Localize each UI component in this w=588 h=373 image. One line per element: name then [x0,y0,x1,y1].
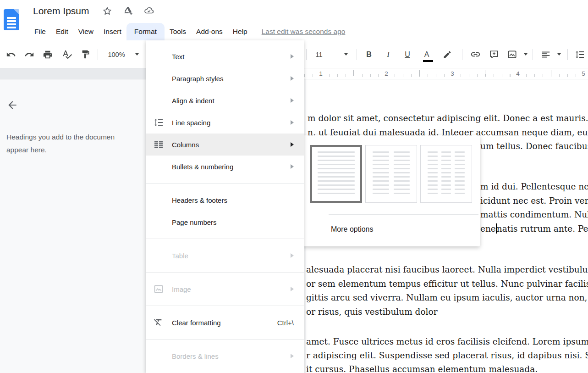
menu-item-label: Columns [172,141,199,149]
font-size-arrow[interactable] [343,40,349,68]
italic-button[interactable]: I [381,40,395,68]
zoom-select[interactable]: 100% [103,40,130,68]
italic-label: I [387,50,390,59]
document-text-line[interactable]: enenatis rutrum ante. Pell [480,223,588,235]
redo-button[interactable] [22,40,37,68]
menu-item-bullets-numbering[interactable]: Bullets & numbering [146,156,304,178]
close-outline-button[interactable] [6,99,18,111]
bold-button[interactable]: B [362,40,376,68]
column-preview [428,151,438,196]
document-text-line[interactable]: alesuada placerat nisi faucibus laoreet.… [306,264,588,276]
align-icon [541,50,551,60]
paint-format-button[interactable] [77,40,93,68]
text-color-button[interactable]: A [420,40,434,68]
document-text-line[interactable]: or sem elementum tempus efficitur ut tel… [306,278,588,290]
document-text-line[interactable]: um tellus. Donec faucibus [480,140,588,152]
menu-item-columns[interactable]: Columns [146,134,304,156]
ruler-half-tick [551,70,551,76]
toolbar-divider [306,49,307,60]
clear-formatting-icon [153,317,164,328]
chevron-down-icon [135,53,139,56]
menu-item-text[interactable]: Text [146,45,304,67]
print-icon [43,50,53,60]
chevron-down-icon [344,53,348,56]
text-after-cursor: natis rutrum ante. Pell [497,224,588,234]
ruler-number: 2 [382,70,390,78]
menu-item-align-indent[interactable]: Align & indent [146,89,304,111]
menu-edit[interactable]: Edit [51,23,73,40]
menu-help[interactable]: Help [228,23,253,40]
menu-item-page-numbers[interactable]: Page numbers [146,211,304,233]
column-option-two[interactable] [365,145,417,203]
submenu-arrow-icon [291,76,294,81]
menu-item-headers-footers[interactable]: Headers & footers [146,189,304,211]
document-text-line[interactable]: m id dui. Pellentesque nec [480,181,588,193]
menu-addons[interactable]: Add-ons [191,23,228,40]
line-spacing-icon [574,49,585,60]
cloud-saved-icon [143,6,154,17]
document-text-line[interactable]: r adipiscing elit. Suspendisse sed place… [306,350,588,362]
insert-image-arrow[interactable] [522,40,529,68]
cloud-saved-button[interactable] [143,6,154,17]
ruler-number: 1 [317,70,325,78]
document-text-line[interactable]: mattis condimentum. Null [480,209,588,221]
menu-format[interactable]: Format [126,23,165,40]
image-icon [153,284,164,295]
add-to-drive-icon [122,6,133,17]
font-size-value: 11 [315,51,322,58]
menu-view[interactable]: View [73,23,99,40]
menu-tools[interactable]: Tools [165,23,191,40]
menu-item-paragraph-styles[interactable]: Paragraph styles [146,67,304,89]
spellcheck-button[interactable] [59,40,75,68]
submenu-arrow-icon [291,164,294,169]
menu-item-borders-lines: Borders & lines [146,345,304,367]
menu-item-shortcut: Ctrl+\ [277,319,294,327]
columns-icon [153,139,164,150]
document-text-line[interactable]: m dolor sit amet, consectetur adipiscing… [308,112,588,124]
font-size-input[interactable]: 11 [311,40,327,68]
ruler-number: 5 [579,70,588,78]
star-button[interactable] [102,6,112,16]
insert-link-button[interactable] [467,40,483,68]
column-option-one[interactable] [310,145,362,203]
ruler-scale: 1 2 3 4 5 [304,68,588,79]
undo-button[interactable] [4,40,18,68]
last-edit-link[interactable]: Last edit was seconds ago [262,23,346,40]
docs-logo[interactable] [4,9,19,30]
align-arrow[interactable] [556,40,562,68]
zoom-select-arrow[interactable] [134,40,140,68]
menu-item-clear-formatting[interactable]: Clear formatting Ctrl+\ [146,312,304,334]
highlight-color-button[interactable] [440,40,455,68]
column-preview [455,151,465,196]
add-to-drive-button[interactable] [122,6,133,17]
menu-item-label: Line spacing [172,119,210,127]
menu-item-line-spacing[interactable]: Line spacing [146,111,304,134]
underline-label: U [405,50,410,59]
document-text-line[interactable]: amet. Fusce ultrices metus id eros facil… [306,336,588,348]
line-spacing-icon [153,117,164,128]
submenu-arrow-icon [291,142,294,147]
menu-item-table: Table [146,245,304,267]
menu-item-label: Headers & footers [172,196,227,204]
insert-image-button[interactable] [504,40,520,68]
menu-divider [146,183,304,184]
align-button[interactable] [538,40,554,68]
more-options-button[interactable]: More options [331,225,374,234]
redo-icon [24,50,34,60]
menu-insert[interactable]: Insert [99,23,126,40]
document-text-line[interactable]: it cursus. Phasellus accumsan elementum … [306,363,538,373]
ruler-half-tick [419,70,420,76]
menu-divider [146,339,304,340]
underline-button[interactable]: U [401,40,414,68]
document-text-line[interactable]: gittis arcu sed viverra. Nullam eu ipsum… [306,292,588,304]
document-text-line[interactable]: icidunt nec est. Proin vene [480,195,588,207]
menu-item-label: Table [172,252,188,260]
column-option-three[interactable] [420,145,472,203]
line-spacing-button[interactable] [572,40,588,68]
add-comment-button[interactable] [486,40,502,68]
print-button[interactable] [40,40,55,68]
document-title[interactable]: Lorem Ipsum [33,6,89,17]
document-text-line[interactable]: or risus, quis vestibulum dolor [306,306,437,318]
menu-item-label: Align & indent [172,97,214,105]
menu-file[interactable]: File [29,23,51,40]
